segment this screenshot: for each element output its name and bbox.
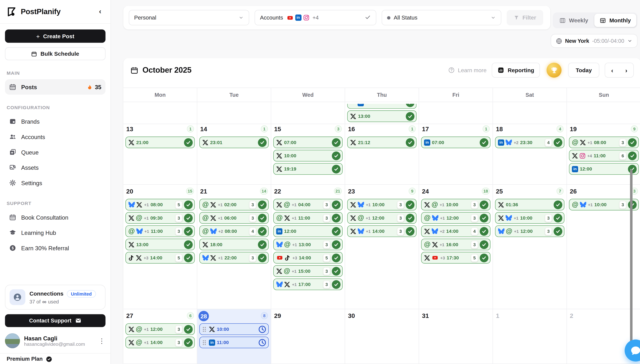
day-cell[interactable] <box>271 102 345 124</box>
event-pill[interactable]: 19:19 <box>273 163 343 175</box>
day-cell-23[interactable]: 23 9 +1 10:00 3 @ +1 12:00 3 +1 14:00 3 <box>345 185 419 309</box>
timezone-select[interactable]: New York -05:00/-04:00 <box>551 34 637 48</box>
prev-month-icon[interactable]: ‹ <box>605 66 619 74</box>
event-pill[interactable]: +1 10:00 3 <box>495 212 564 224</box>
event-pill[interactable]: @ +1 09:30 3 <box>126 212 195 224</box>
event-pill[interactable]: @ +1 04:00 3 <box>273 199 343 210</box>
event-pill[interactable]: +2 14:00 4 <box>421 226 490 237</box>
sidebar-item-assets[interactable]: Assets <box>5 160 106 175</box>
day-cell-31[interactable]: 31 <box>419 309 493 364</box>
event-pill[interactable]: +3 14:00 5 <box>126 252 195 264</box>
event-pill[interactable]: +1 14:00 3 <box>347 226 417 237</box>
day-cell-28[interactable]: 28 8 10:00 in 11:00 <box>197 309 271 364</box>
tab-monthly[interactable]: Monthly <box>594 14 636 27</box>
event-pill[interactable]: 18:00 <box>199 239 269 250</box>
event-pill[interactable]: @ +1 15:00 3 <box>273 265 343 277</box>
reporting-button[interactable]: Reporting <box>492 62 540 78</box>
event-pill[interactable]: @ +1 12:00 3 <box>495 226 564 237</box>
event-pill[interactable]: @ +1 11:00 3 <box>126 226 195 237</box>
event-pill[interactable]: @ +1 02:00 3 <box>199 199 269 210</box>
event-pill[interactable]: @ +1 12:00 3 <box>421 212 490 224</box>
event-pill[interactable]: in 07:00 <box>421 136 490 148</box>
filter-button[interactable]: Filter <box>507 10 543 25</box>
event-pill[interactable]: in +2 23:30 4 <box>495 136 564 148</box>
sidebar-item-settings[interactable]: Settings <box>5 175 106 190</box>
event-pill[interactable]: @ +1 12:00 3 <box>347 212 417 224</box>
sidebar-item-learning-hub[interactable]: Learning Hub <box>5 225 106 240</box>
status-select[interactable]: All Status <box>382 10 501 25</box>
event-pill[interactable]: @ +1 10:00 3 <box>421 199 490 210</box>
event-pill[interactable]: +1 08:00 5 <box>126 199 195 210</box>
day-cell-26[interactable]: 26 3 @ +1 10:00 3 <box>567 185 640 309</box>
day-cell-25[interactable]: 25 7 01:36 +1 10:00 3 @ +1 12:00 3 <box>493 185 567 309</box>
kebab-menu-icon[interactable]: ⋮ <box>98 337 106 345</box>
day-cell-16[interactable]: 16 1 21:12 <box>345 122 419 185</box>
event-pill[interactable]: +3 14:00 5 <box>273 252 343 264</box>
day-cell[interactable] <box>197 102 271 124</box>
day-cell-22[interactable]: 22 21 @ +1 04:00 3 @ +1 11:00 3 in 12:00… <box>271 185 345 309</box>
day-cell[interactable]: in 13:00 <box>345 102 419 124</box>
day-cell[interactable] <box>419 102 493 124</box>
drag-handle-icon[interactable] <box>202 326 206 332</box>
event-pill[interactable]: @ +1 11:00 3 <box>273 212 343 224</box>
sidebar-item-brands[interactable]: Brands <box>5 114 106 129</box>
bulk-schedule-button[interactable]: Bulk Schedule <box>5 47 106 60</box>
event-pill[interactable]: @ +1 16:00 3 <box>421 239 490 250</box>
day-cell-20[interactable]: 20 15 +1 08:00 5 @ +1 09:30 3 @ +1 11:00… <box>123 185 197 309</box>
event-pill[interactable]: @ +1 13:00 3 <box>273 239 343 250</box>
user-profile[interactable]: Hasan Cagli hasancaglivideo@gmail.com ⋮ <box>5 333 106 348</box>
day-cell-30[interactable]: 30 <box>345 309 419 364</box>
create-post-button[interactable]: + Create Post <box>5 30 106 43</box>
event-pill[interactable]: @ +1 06:00 3 <box>199 212 269 224</box>
event-pill[interactable]: @ +1 08:00 3 <box>569 136 639 148</box>
event-pill[interactable]: +4 11:00 6 <box>569 150 639 162</box>
event-pill[interactable]: 13:00 <box>347 110 417 122</box>
day-cell-18[interactable]: 18 4 in +2 23:30 4 <box>493 122 567 185</box>
workspace-select[interactable]: Personal <box>129 10 249 25</box>
event-pill[interactable]: @ +2 08:00 4 <box>199 226 269 237</box>
connections-card[interactable]: Connections Unlimited 37 of ∞ used <box>5 285 106 310</box>
gamification-trophy-button[interactable] <box>547 62 562 78</box>
event-pill[interactable]: in 12:00 <box>569 163 639 175</box>
event-pill[interactable]: +3 17:30 5 <box>421 252 490 264</box>
day-cell-27[interactable]: 27 6 @ +1 12:00 3 @ +1 14:00 3 <box>123 309 197 364</box>
day-cell[interactable] <box>493 102 567 124</box>
next-month-icon[interactable]: › <box>619 66 633 74</box>
sidebar-item-book-consultation[interactable]: Book Consultation <box>5 210 106 225</box>
day-cell-15[interactable]: 15 3 07:00 10:00 19:19 <box>271 122 345 185</box>
event-pill[interactable]: @ +1 14:00 3 <box>126 337 195 348</box>
event-pill[interactable]: +1 17:00 3 <box>273 278 343 290</box>
day-cell[interactable] <box>123 102 197 124</box>
day-cell-29[interactable]: 29 <box>271 309 345 364</box>
day-cell-21[interactable]: 21 14 @ +1 02:00 3 @ +1 06:00 3 @ +2 08:… <box>197 185 271 309</box>
sidebar-item-posts[interactable]: Posts 35 <box>5 79 106 95</box>
event-pill[interactable]: 23:01 <box>199 136 269 148</box>
event-pill[interactable]: 13:00 <box>126 239 195 250</box>
tab-weekly[interactable]: Weekly <box>554 14 593 27</box>
sidebar-item-earn-30-referral[interactable]: $ Earn 30% Referral <box>5 240 106 256</box>
today-button[interactable]: Today <box>568 62 599 78</box>
day-cell-14[interactable]: 14 1 23:01 <box>197 122 271 185</box>
day-cell-19[interactable]: 19 9 @ +1 08:00 3 +4 11:00 6 in 12:00 <box>567 122 640 185</box>
day-cell-24[interactable]: 24 18 @ +1 10:00 3 @ +1 12:00 3 +2 14:00… <box>419 185 493 309</box>
event-pill[interactable]: 07:00 <box>273 136 343 148</box>
event-pill[interactable]: in 11:00 <box>199 337 269 348</box>
event-pill[interactable]: +1 10:00 3 <box>347 199 417 210</box>
event-pill[interactable]: 21:00 <box>126 136 195 148</box>
event-pill[interactable]: in 12:00 <box>273 226 343 237</box>
event-pill[interactable]: 10:00 <box>273 150 343 162</box>
vertical-scrollbar[interactable] <box>630 170 632 352</box>
event-pill[interactable]: 21:12 <box>347 136 417 148</box>
learn-more-link[interactable]: Learn more <box>448 67 486 74</box>
drag-handle-icon[interactable] <box>202 339 206 346</box>
event-pill[interactable]: @ +1 10:00 3 <box>569 199 639 210</box>
event-pill[interactable]: 01:36 <box>495 199 564 210</box>
day-cell[interactable] <box>567 102 640 124</box>
sidebar-item-accounts[interactable]: Accounts <box>5 129 106 144</box>
event-pill[interactable]: @ +1 12:00 3 <box>126 323 195 335</box>
day-cell-17[interactable]: 17 1 in 07:00 <box>419 122 493 185</box>
clipped-event-pill[interactable]: in <box>347 104 417 109</box>
event-pill[interactable]: 10:00 <box>199 323 269 335</box>
accounts-select[interactable]: Accounts in +4 <box>255 10 376 25</box>
event-pill[interactable]: +1 22:00 3 <box>199 252 269 264</box>
